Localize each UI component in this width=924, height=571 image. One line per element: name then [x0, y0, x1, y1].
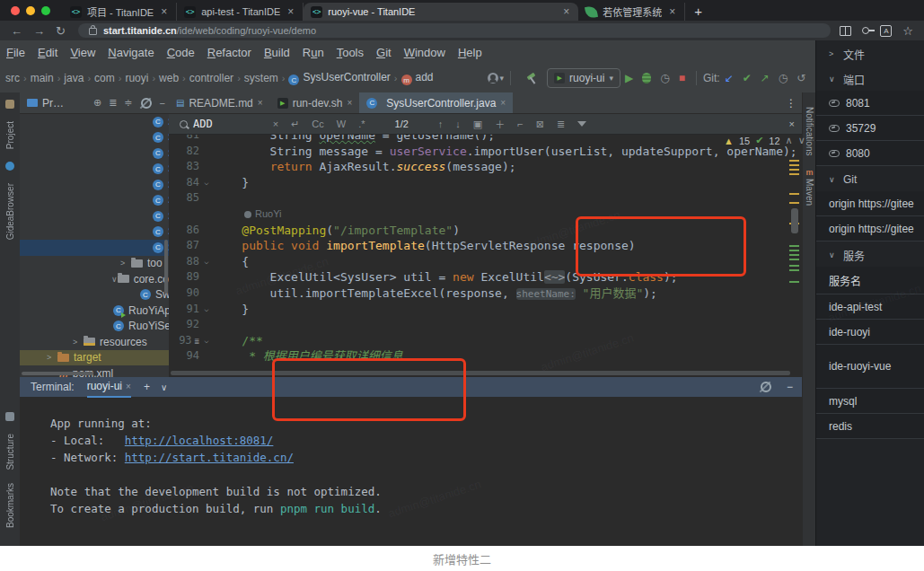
tree-item-target[interactable]: >target: [20, 350, 169, 366]
browser-tab[interactable]: 若依管理系统×: [578, 3, 685, 21]
whole-words-toggle[interactable]: W: [337, 119, 346, 129]
sidebar-section-header[interactable]: ∨服务: [816, 243, 924, 267]
sidebar-item-ide-ruoyi-vue[interactable]: ide-ruoyi-vue: [816, 345, 924, 389]
tab-close-icon[interactable]: ×: [159, 5, 169, 18]
breadcrumb-item[interactable]: web: [159, 72, 179, 84]
tab-close-icon[interactable]: ×: [500, 98, 506, 108]
tree-item-core-co[interactable]: ∨core.co: [20, 271, 169, 287]
tree-item-s[interactable]: CS: [20, 208, 169, 224]
sidebar-section-header[interactable]: ∨Git: [816, 168, 924, 191]
fold-marker-icon[interactable]: ⌵: [199, 254, 214, 270]
tree-item-swa[interactable]: CSwa: [20, 287, 169, 303]
select-all-occurrences-button[interactable]: ▣: [473, 119, 482, 130]
sidebar-item-35729[interactable]: 35729: [816, 116, 924, 141]
sidebar-section-header[interactable]: >文件: [816, 42, 924, 66]
menu-item-build[interactable]: Build: [258, 46, 296, 59]
forward-button[interactable]: →: [33, 24, 45, 38]
browser-tab[interactable]: <>ruoyi-vue - TitanIDE×: [304, 3, 578, 21]
breadcrumb-item[interactable]: controller: [189, 72, 233, 84]
tree-item-s[interactable]: CS: [20, 224, 169, 241]
terminal-link[interactable]: http://localhost:8081/: [125, 434, 274, 447]
toolwindow-bookmarks[interactable]: Bookmarks: [5, 483, 15, 528]
chevron-right-icon[interactable]: >: [73, 338, 84, 347]
tree-item-too[interactable]: >too: [20, 256, 169, 272]
translate-icon[interactable]: A: [880, 25, 892, 37]
menu-item-navigate[interactable]: Navigate: [101, 46, 160, 59]
stop-button[interactable]: ■: [679, 72, 685, 84]
tab-close-icon[interactable]: ×: [347, 98, 352, 108]
chevron-right-icon[interactable]: >: [47, 353, 57, 362]
editor-tab-run-dev-sh[interactable]: ▶run-dev.sh×: [270, 92, 360, 113]
menu-item-git[interactable]: Git: [370, 46, 398, 59]
sidebar-item-redis[interactable]: redis: [816, 414, 924, 439]
menu-item-help[interactable]: Help: [452, 46, 488, 59]
tree-item-s[interactable]: CS: [20, 177, 169, 193]
code-line[interactable]: 85: [169, 190, 802, 206]
tree-item-s[interactable]: CS: [20, 145, 169, 162]
sidebar-item-origin-https---gitee[interactable]: origin https://gitee: [816, 216, 924, 242]
code-line[interactable]: 90 util.importTemplateExcel(response, sh…: [169, 286, 802, 302]
browser-tab[interactable]: <>项目 - TitanIDE×: [63, 3, 177, 21]
toolwindow-structure[interactable]: Structure: [5, 434, 15, 470]
password-key-icon[interactable]: [862, 27, 869, 34]
exclude-occurrence-button[interactable]: ⌐: [517, 119, 523, 129]
bookmark-star-icon[interactable]: ☆: [902, 24, 913, 38]
menu-item-refactor[interactable]: Refactor: [201, 46, 258, 59]
close-window-button[interactable]: [11, 6, 20, 15]
toolwindow-notifications[interactable]: Notifications: [805, 107, 814, 155]
tree-item-s[interactable]: CS: [20, 130, 169, 146]
terminal-link[interactable]: http://start.titanide.cn/: [125, 451, 294, 464]
debug-button[interactable]: [642, 73, 651, 83]
menu-item-file[interactable]: File: [0, 46, 31, 59]
match-case-toggle[interactable]: Cc: [312, 119, 323, 129]
minimize-window-button[interactable]: [26, 6, 35, 15]
maximize-window-button[interactable]: [41, 6, 50, 15]
toolwindow-maven[interactable]: Maven: [805, 179, 814, 206]
chevron-right-icon[interactable]: >: [120, 259, 131, 268]
git-push-button[interactable]: ↗: [761, 72, 770, 84]
hide-terminal-icon[interactable]: −: [787, 381, 793, 393]
new-terminal-button[interactable]: +: [144, 381, 150, 393]
hide-panel-icon[interactable]: −: [160, 98, 165, 109]
fold-marker-icon[interactable]: ⌵: [199, 302, 214, 318]
editor-tab-sysusercontroller-java[interactable]: CSysUserController.java×: [359, 92, 513, 113]
tree-horizontal-scrollbar[interactable]: [22, 372, 93, 375]
menu-item-edit[interactable]: Edit: [31, 46, 64, 59]
breadcrumb-item[interactable]: src: [5, 72, 20, 84]
locate-file-icon[interactable]: ⊕: [93, 97, 101, 109]
menu-item-code[interactable]: Code: [161, 46, 201, 59]
code-line[interactable]: 94 * 根据用户编号获取详细信息: [169, 348, 802, 365]
search-newline-icon[interactable]: ↵: [291, 119, 299, 130]
sidebar-item-8080[interactable]: 8080: [816, 141, 924, 166]
tree-item-ruoyiapp[interactable]: CRuoYiApp: [20, 303, 169, 319]
breadcrumb-item[interactable]: com: [94, 72, 115, 84]
breadcrumb-method[interactable]: madd: [401, 71, 434, 86]
browser-tab[interactable]: <>api-test - TitanIDE×: [177, 3, 304, 21]
search-clear-icon[interactable]: ×: [273, 119, 278, 129]
prev-error-icon[interactable]: ∧: [786, 135, 793, 146]
tree-item-s[interactable]: CS: [20, 114, 169, 130]
sidebar-item-mysql[interactable]: mysql: [816, 389, 924, 414]
collapse-all-icon[interactable]: ≑: [124, 97, 132, 109]
git-commit-button[interactable]: ✔: [743, 72, 752, 84]
add-occurrence-button[interactable]: ＋: [495, 117, 505, 131]
tab-close-icon[interactable]: ×: [667, 5, 677, 18]
new-tab-button[interactable]: +: [685, 3, 711, 21]
code-line[interactable]: 92: [169, 317, 802, 333]
sidebar-item-origin-https---gitee[interactable]: origin https://gitee: [816, 191, 924, 216]
git-update-button[interactable]: ↙: [725, 72, 734, 84]
address-bar[interactable]: start.titanide.cn /ide/web/coding/ruoyi-…: [78, 23, 831, 38]
sidebar-item-8081[interactable]: 8081: [816, 91, 924, 116]
tree-item-s[interactable]: CS: [20, 193, 169, 209]
tree-item-s[interactable]: CS: [20, 162, 169, 178]
editor-tab-readme-md[interactable]: ▤README.md×: [169, 92, 270, 113]
tree-item-s[interactable]: CS: [20, 240, 169, 256]
code-line[interactable]: 83 return AjaxResult.success(message);: [169, 159, 802, 175]
breadcrumb-item[interactable]: main: [31, 72, 54, 84]
tree-item-ruoyiser[interactable]: CRuoYiSer: [20, 319, 169, 335]
fold-marker-icon[interactable]: ⌵: [199, 333, 214, 349]
menu-item-tools[interactable]: Tools: [330, 46, 370, 59]
run-config-select[interactable]: ▶ ruoyi-ui ▾: [547, 68, 620, 88]
breadcrumb-item[interactable]: system: [244, 72, 278, 84]
sidebar-item-ide-api-test[interactable]: ide-api-test: [816, 294, 924, 320]
